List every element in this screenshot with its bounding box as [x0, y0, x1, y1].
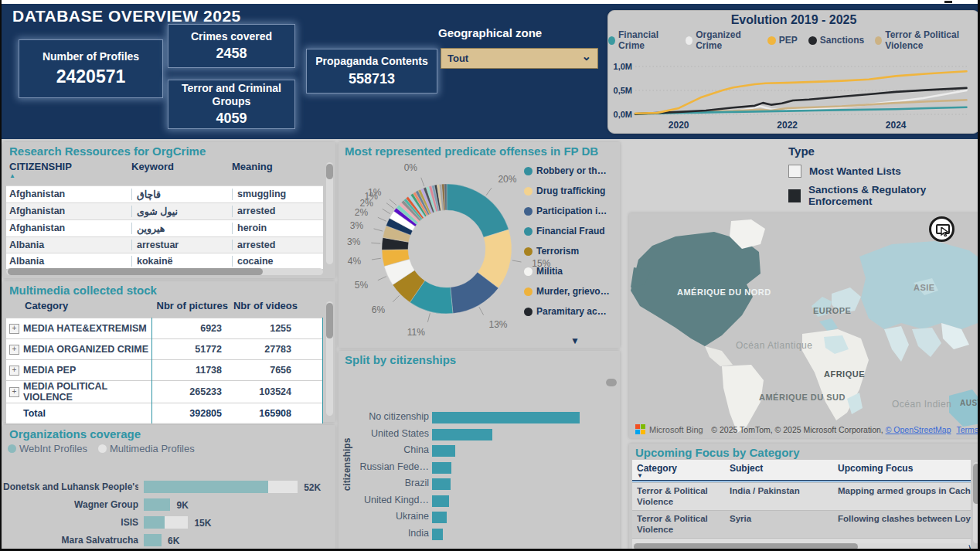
bar-value-label: 52K [304, 482, 321, 493]
bar-webint[interactable] [144, 481, 268, 493]
bar[interactable] [432, 529, 443, 540]
table-row[interactable]: Afghanistanهیروینheroin [6, 219, 323, 236]
legend-item[interactable]: PEP [767, 29, 798, 51]
chart-scrollbar[interactable] [606, 379, 617, 386]
table-row[interactable]: Afghanistanقاچاقsmuggling [6, 185, 323, 202]
bar[interactable] [432, 445, 455, 457]
table-row[interactable]: Albaniaarrestuararrested [6, 236, 323, 253]
scrollbar-thumb[interactable] [606, 379, 617, 386]
bar-webint[interactable] [144, 498, 170, 511]
vertical-scrollbar[interactable] [326, 301, 333, 416]
table-cell: MEDIA PEP [23, 365, 153, 376]
legend-item[interactable]: Terror & Political Violence [875, 29, 979, 51]
legend-scroll-arrow[interactable]: ▼ [570, 335, 580, 346]
panel-title: Split by citizenships [339, 351, 620, 367]
scrollbar-thumb[interactable] [326, 164, 333, 179]
column-header[interactable]: Keyword [131, 161, 232, 179]
legend-item[interactable]: Sanctions [808, 29, 864, 51]
bar-category-label: Wagner Group [3, 499, 138, 510]
filter-option[interactable]: Most Wanted Lists [788, 165, 980, 178]
table-row[interactable]: Terror & Political ViolenceSyriaFollowin… [632, 510, 971, 538]
table-row[interactable]: +MEDIA PEP117387656 [6, 359, 322, 380]
bar-category-label: Russian Fede… [359, 461, 429, 472]
legend-item[interactable]: Robbery or th… [524, 165, 615, 176]
column-header[interactable]: Upcoming Focus [838, 463, 971, 478]
table-cell: 1255 [226, 323, 296, 334]
legend-label: WebInt Profiles [19, 443, 87, 454]
label-leader-line [512, 260, 522, 262]
column-header[interactable]: Meaning [232, 161, 325, 179]
legend-item[interactable]: Drug trafficking [524, 185, 615, 196]
geo-zone-dropdown[interactable]: Tout ⌄ [441, 48, 598, 69]
legend-item[interactable]: Financial Fraud [524, 226, 615, 236]
bar-multimedia[interactable] [165, 516, 189, 529]
table-row[interactable]: +MEDIA HATE&EXTREMISM69231255 [6, 318, 322, 338]
bar-webint[interactable] [144, 516, 165, 529]
expand-icon[interactable]: + [9, 366, 19, 376]
legend-item[interactable]: Terrorism [524, 246, 615, 257]
bar[interactable] [432, 478, 451, 490]
scrollbar-thumb[interactable] [634, 543, 858, 550]
bar-webint[interactable] [144, 534, 162, 546]
multimedia-stock-panel: Multimedia collected stock CategoryNbr o… [3, 281, 335, 422]
table-cell: 165908 [226, 408, 296, 419]
scrollbar-thumb[interactable] [944, 1, 952, 3]
expand-icon[interactable]: + [9, 345, 19, 355]
sort-ascending-icon: ▲ [9, 172, 131, 179]
bar[interactable] [432, 512, 447, 523]
filter-option[interactable]: Sanctions & Regulatory Enforcement [788, 184, 980, 207]
legend-item[interactable]: Paramitary ac… [524, 306, 615, 317]
map-select-cursor-icon[interactable] [929, 216, 954, 242]
x-tick-label: 0,0M [418, 547, 440, 551]
legend-item[interactable]: Organized Crime [686, 29, 757, 51]
column-header[interactable]: Subject [730, 463, 838, 478]
openstreetmap-link[interactable]: © OpenStreetMap [886, 425, 951, 434]
bar-multimedia[interactable] [268, 481, 298, 493]
column-header[interactable]: Nbr of pictures [155, 300, 228, 311]
horizontal-scrollbar[interactable] [632, 543, 969, 550]
expand-icon[interactable]: + [9, 387, 19, 397]
table-cell: arrested [232, 240, 325, 250]
panel-title: Most represented predicate offenses in F… [339, 142, 620, 158]
evolution-line-chart[interactable]: 1,0M0,5M0,0M202020222024 [609, 51, 977, 138]
legend-item[interactable]: Financial Crime [608, 29, 675, 51]
vertical-scrollbar[interactable] [326, 162, 333, 264]
terms-link[interactable]: Terms [956, 425, 978, 434]
kpi-label: Terror and Criminal Groups [182, 82, 282, 107]
checkbox-checked[interactable] [788, 189, 801, 202]
table-row[interactable]: Afghanistanنیول شویarrested [6, 202, 323, 219]
vertical-scrollbar[interactable] [973, 462, 980, 543]
legend-label: Robbery or th… [536, 165, 607, 176]
legend-item[interactable]: Multimedia Profiles [98, 443, 195, 454]
column-header[interactable]: Category▼ [637, 463, 730, 478]
kpi-label: Crimes covered [168, 30, 294, 43]
scrollbar-thumb[interactable] [973, 464, 980, 504]
bar[interactable] [432, 495, 449, 507]
checkbox-unchecked[interactable] [788, 165, 801, 178]
scrollbar-thumb[interactable] [8, 268, 263, 275]
horizontal-scrollbar[interactable] [6, 268, 323, 275]
y-tick-label: 0,5M [614, 86, 632, 95]
legend-item[interactable]: Murder, grievo… [524, 286, 615, 297]
legend-item[interactable]: WebInt Profiles [8, 443, 87, 454]
bar[interactable] [432, 462, 451, 474]
legend-item[interactable]: Participation i… [524, 206, 615, 216]
table-row[interactable]: Terror & Political ViolenceIndia / Pakin… [632, 482, 971, 510]
dropdown-value: Tout [447, 53, 468, 64]
bar[interactable] [432, 429, 492, 440]
table-row[interactable]: Total392805165908 [6, 403, 322, 423]
y-tick-label: 1,0M [614, 62, 632, 71]
bar[interactable] [432, 412, 580, 423]
scrollbar-thumb[interactable] [326, 303, 333, 338]
legend-label: Terrorism [536, 246, 579, 257]
table-row[interactable]: Albaniakokainëcocaine [6, 253, 323, 269]
donut-slice[interactable] [447, 184, 509, 237]
expand-icon[interactable]: + [9, 324, 19, 334]
table-row[interactable]: +MEDIA POLITICAL VIOLENCE265233103524 [6, 380, 322, 403]
legend-item[interactable]: Militia [524, 266, 615, 277]
table-row[interactable]: +MEDIA ORGANIZED CRIME5177227783 [6, 338, 322, 359]
column-header[interactable]: Category [25, 300, 155, 311]
column-header[interactable]: CITIZENSHIP▲ [9, 161, 131, 179]
kpi-value: 2420571 [19, 66, 162, 87]
column-header[interactable]: Nbr of videos [228, 300, 298, 311]
